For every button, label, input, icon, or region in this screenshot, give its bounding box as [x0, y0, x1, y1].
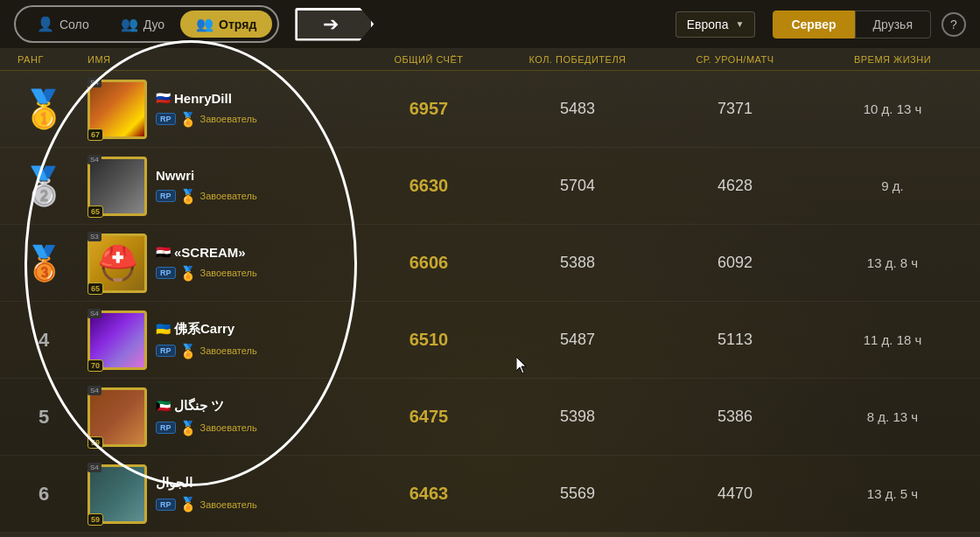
player-info: 🇪🇬 «SCREAM» RP 🏅 Завоеватель: [156, 245, 257, 282]
table-row[interactable]: 4 S4 70 🇺🇦 佛系Carry RP 🏅 Завоеватель 6510…: [0, 302, 980, 379]
player-cell: S4 67 🇷🇺 HenryDill RP 🏅 Завоеватель: [79, 73, 359, 146]
helmet-icon: ⛑️: [97, 244, 138, 282]
level-badge: 65: [88, 206, 103, 218]
dmg-cell: 4628: [656, 177, 814, 195]
name-text: جنگال ツ: [174, 398, 224, 415]
rp-badge: RP: [156, 499, 176, 511]
season-badge: S4: [88, 386, 102, 395]
rank-cell: 5: [0, 406, 79, 429]
time-cell: 10 д. 13 ч: [814, 101, 971, 116]
tab-solo[interactable]: 👤 Соло: [21, 10, 105, 38]
player-name: 🇷🇺 HenryDill: [156, 91, 257, 106]
rank-tier-icon: 🏅: [179, 265, 197, 282]
season-badge: S4: [88, 309, 102, 318]
col-score: Общий счёт: [359, 54, 499, 65]
rp-badge: RP: [156, 345, 176, 357]
level-badge: 67: [88, 129, 103, 141]
score-cell: 6630: [359, 176, 499, 196]
dmg-cell: 6092: [656, 254, 814, 272]
name-text: «SCREAM»: [174, 245, 246, 260]
rp-badge: RP: [156, 422, 176, 434]
name-text: HenryDill: [174, 91, 232, 106]
player-rank-badge: RP 🏅 Завоеватель: [156, 111, 257, 128]
help-button[interactable]: ?: [942, 12, 966, 37]
player-cell: S4 70 🇺🇦 佛系Carry RP 🏅 Завоеватель: [79, 303, 359, 377]
player-info: الجوال RP 🏅 Завоеватель: [156, 475, 257, 513]
time-cell: 13 д. 8 ч: [814, 255, 971, 270]
avatar: S4 67: [88, 80, 147, 139]
rank-title: Завоеватель: [200, 114, 257, 124]
rank-cell: 🥇: [0, 87, 79, 130]
table-row[interactable]: 🥉 ⛑️ S3 65 🇪🇬 «SCREAM» RP 🏅 Завоеватель …: [0, 225, 980, 302]
tab-server[interactable]: Сервер: [773, 10, 854, 38]
squad-icon: 👥: [196, 16, 214, 32]
col-dmg: Ср. урон/матч: [656, 54, 814, 65]
rp-badge: RP: [156, 190, 176, 202]
solo-icon: 👤: [37, 16, 54, 32]
avatar: ⛑️ S3 65: [88, 234, 147, 293]
kills-cell: 5483: [499, 100, 656, 118]
col-rank: Ранг: [0, 54, 79, 65]
table-row[interactable]: 6 S4 59 الجوال RP 🏅 Завоеватель 64635569…: [0, 456, 980, 533]
avatar: S4 59: [88, 464, 147, 524]
dmg-cell: 7371: [656, 100, 814, 118]
kills-cell: 5704: [499, 177, 656, 195]
rank-tier-icon: 🏅: [179, 188, 197, 205]
tab-duo[interactable]: 👥 Дуо: [105, 10, 180, 38]
rank-number: 5: [38, 406, 49, 429]
player-rank-badge: RP 🏅 Завоеватель: [156, 265, 257, 282]
kills-cell: 5388: [499, 254, 656, 272]
col-kills: Кол. победителя: [499, 54, 656, 65]
col-player: Имя: [79, 54, 359, 65]
score-cell: 6957: [359, 99, 499, 119]
chevron-down-icon: ▼: [735, 19, 744, 29]
table-row[interactable]: 5 S4 59 🇰🇼 جنگال ツ RP 🏅 Завоеватель 6475…: [0, 379, 980, 456]
arrow-button[interactable]: ➔: [295, 8, 374, 41]
time-cell: 9 д.: [814, 178, 971, 193]
country-flag: 🇷🇺: [156, 91, 171, 105]
player-name: 🇺🇦 佛系Carry: [156, 321, 257, 338]
time-cell: 11 д. 18 ч: [814, 332, 971, 347]
kills-cell: 5398: [499, 408, 656, 426]
player-info: Nwwri RP 🏅 Завоеватель: [156, 168, 257, 205]
score-cell: 6463: [359, 484, 499, 504]
time-cell: 13 д. 5 ч: [814, 486, 971, 501]
rank-tier-icon: 🏅: [179, 111, 197, 128]
time-cell: 8 д. 13 ч: [814, 409, 971, 424]
mode-tabs: 👤 Соло 👥 Дуо 👥 Отряд: [14, 5, 279, 43]
score-cell: 6475: [359, 407, 499, 427]
player-cell: ⛑️ S3 65 🇪🇬 «SCREAM» RP 🏅 Завоеватель: [79, 227, 359, 300]
rank-title: Завоеватель: [200, 345, 257, 356]
player-info: 🇷🇺 HenryDill RP 🏅 Завоеватель: [156, 91, 257, 128]
player-name: Nwwri: [156, 168, 257, 183]
level-badge: 70: [88, 359, 103, 372]
avatar: S4 59: [88, 387, 147, 447]
tab-squad[interactable]: 👥 Отряд: [180, 10, 272, 38]
player-info: 🇺🇦 佛系Carry RP 🏅 Завоеватель: [156, 321, 257, 359]
player-name: الجوال: [156, 475, 257, 491]
country-flag: 🇰🇼: [156, 399, 171, 413]
player-rank-badge: RP 🏅 Завоеватель: [156, 420, 257, 436]
rp-badge: RP: [156, 267, 176, 279]
table-row[interactable]: 🥇 S4 67 🇷🇺 HenryDill RP 🏅 Завоеватель 69…: [0, 71, 980, 148]
leaderboard: 🥇 S4 67 🇷🇺 HenryDill RP 🏅 Завоеватель 69…: [0, 71, 980, 533]
rank-title: Завоеватель: [200, 422, 257, 433]
season-badge: S4: [88, 463, 102, 472]
arrow-icon: ➔: [323, 13, 339, 36]
avatar: S4 70: [88, 310, 147, 370]
rank-cell: 4: [0, 329, 79, 352]
rank-tier-icon: 🏅: [179, 343, 197, 359]
rank-number: 6: [38, 483, 49, 506]
rank-cell: 🥈: [0, 164, 79, 207]
player-rank-badge: RP 🏅 Завоеватель: [156, 343, 257, 359]
rank-title: Завоеватель: [200, 191, 257, 201]
rank-tier-icon: 🏅: [179, 420, 197, 436]
region-select[interactable]: Европа ▼: [676, 11, 756, 38]
player-rank-badge: RP 🏅 Завоеватель: [156, 496, 257, 513]
filter-tabs: Сервер Друзья: [773, 10, 931, 38]
score-cell: 6510: [359, 330, 499, 350]
tab-friends[interactable]: Друзья: [855, 10, 931, 38]
season-badge: S4: [88, 155, 102, 164]
table-row[interactable]: 🥈 S4 65 Nwwri RP 🏅 Завоеватель 663057044…: [0, 148, 980, 225]
level-badge: 59: [88, 436, 103, 449]
